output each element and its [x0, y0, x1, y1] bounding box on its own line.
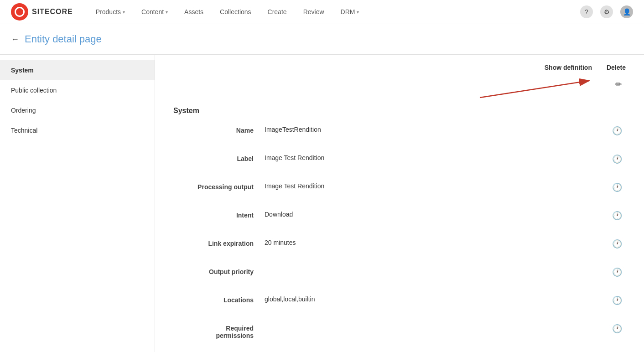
field-row-label: Label Image Test Rendition 🕐 — [173, 154, 626, 164]
history-icon[interactable]: 🕐 — [612, 154, 622, 164]
annotation-arrow — [480, 77, 598, 102]
field-row-required-permissions: Requiredpermissions 🕐 — [173, 324, 626, 339]
show-definition-button[interactable]: Show definition — [545, 64, 592, 71]
nav-item-collections[interactable]: Collections — [212, 0, 259, 24]
field-row-intent: Intent Download 🕐 — [173, 211, 626, 221]
history-icon[interactable]: 🕐 — [612, 126, 622, 136]
field-label-intent: Intent — [173, 211, 265, 219]
nav-item-create[interactable]: Create — [260, 0, 295, 24]
field-value-locations: global,local,builtin — [265, 295, 598, 303]
field-label-link-expiration: Link expiration — [173, 239, 265, 247]
chevron-down-icon: ▾ — [123, 10, 125, 15]
delete-button[interactable]: Delete — [607, 64, 626, 71]
arrow-annotation: ✏ — [173, 76, 626, 103]
history-icon[interactable]: 🕐 — [612, 324, 622, 334]
field-value-label: Image Test Rendition — [265, 154, 598, 161]
history-icon[interactable]: 🕐 — [612, 239, 622, 249]
back-button[interactable]: ← — [11, 35, 19, 44]
svg-line-1 — [480, 81, 589, 98]
top-actions: Show definition Delete — [173, 55, 626, 76]
field-history-intent[interactable]: 🕐 — [598, 211, 626, 221]
field-history-output-priority[interactable]: 🕐 — [598, 267, 626, 277]
history-icon[interactable]: 🕐 — [612, 211, 622, 221]
field-value-intent: Download — [265, 211, 598, 218]
logo[interactable]: SITECORE — [11, 3, 73, 21]
field-history-link-expiration[interactable]: 🕐 — [598, 239, 626, 249]
field-row-link-expiration: Link expiration 20 minutes 🕐 — [173, 239, 626, 249]
question-icon: ? — [585, 8, 588, 16]
content-area: Show definition Delete ✏ System Name Im — [155, 55, 644, 352]
sidebar-item-technical[interactable]: Technical — [0, 120, 155, 140]
field-label-output-priority: Output priority — [173, 267, 265, 275]
nav-item-content[interactable]: Content ▾ — [133, 0, 176, 24]
settings-button[interactable]: ⚙ — [600, 5, 613, 18]
field-row-processing-output: Processing output Image Test Rendition 🕐 — [173, 182, 626, 192]
field-row-name: Name ImageTestRendition 🕐 — [173, 126, 626, 136]
field-label-label: Label — [173, 154, 265, 162]
logo-text: SITECORE — [32, 8, 73, 16]
user-icon: 👤 — [623, 8, 631, 16]
field-row-locations: Locations global,local,builtin 🕐 — [173, 295, 626, 305]
gear-icon: ⚙ — [604, 8, 610, 16]
navbar: SITECORE Products ▾ Content ▾ Assets Col… — [0, 0, 644, 24]
field-label-processing-output: Processing output — [173, 182, 265, 191]
field-value-name: ImageTestRendition — [265, 126, 598, 133]
nav-item-drm[interactable]: DRM ▾ — [332, 0, 368, 24]
sidebar-item-public-collection[interactable]: Public collection — [0, 80, 155, 100]
field-label-required-permissions: Requiredpermissions — [173, 324, 265, 339]
logo-icon — [11, 3, 28, 21]
sidebar-item-system[interactable]: System — [0, 60, 155, 80]
nav-item-assets[interactable]: Assets — [176, 0, 212, 24]
field-label-name: Name — [173, 126, 265, 134]
field-history-name[interactable]: 🕐 — [598, 126, 626, 136]
nav-items: Products ▾ Content ▾ Assets Collections … — [88, 0, 580, 24]
sidebar-item-ordering[interactable]: Ordering — [0, 100, 155, 120]
field-value-link-expiration: 20 minutes — [265, 239, 598, 246]
edit-button[interactable]: ✏ — [615, 79, 622, 89]
nav-item-products[interactable]: Products ▾ — [88, 0, 133, 24]
page-header: ← Entity detail page — [0, 24, 644, 55]
field-row-output-priority: Output priority 🕐 — [173, 267, 626, 277]
chevron-down-icon: ▾ — [357, 10, 359, 15]
field-label-locations: Locations — [173, 295, 265, 304]
sidebar: System Public collection Ordering Techni… — [0, 55, 155, 352]
main-layout: System Public collection Ordering Techni… — [0, 55, 644, 352]
field-history-label[interactable]: 🕐 — [598, 154, 626, 164]
user-button[interactable]: 👤 — [620, 5, 633, 18]
field-history-processing-output[interactable]: 🕐 — [598, 182, 626, 192]
history-icon[interactable]: 🕐 — [612, 182, 622, 192]
history-icon[interactable]: 🕐 — [612, 295, 622, 305]
field-history-locations[interactable]: 🕐 — [598, 295, 626, 305]
chevron-down-icon: ▾ — [166, 10, 168, 15]
nav-item-review[interactable]: Review — [295, 0, 332, 24]
section-title: System — [173, 107, 626, 115]
field-value-processing-output: Image Test Rendition — [265, 182, 598, 190]
fields-container: Name ImageTestRendition 🕐 Label Image Te… — [173, 126, 626, 339]
history-icon[interactable]: 🕐 — [612, 267, 622, 277]
help-button[interactable]: ? — [580, 5, 593, 18]
nav-right: ? ⚙ 👤 — [580, 5, 633, 18]
page-title: Entity detail page — [25, 33, 102, 45]
field-history-required-permissions[interactable]: 🕐 — [598, 324, 626, 334]
